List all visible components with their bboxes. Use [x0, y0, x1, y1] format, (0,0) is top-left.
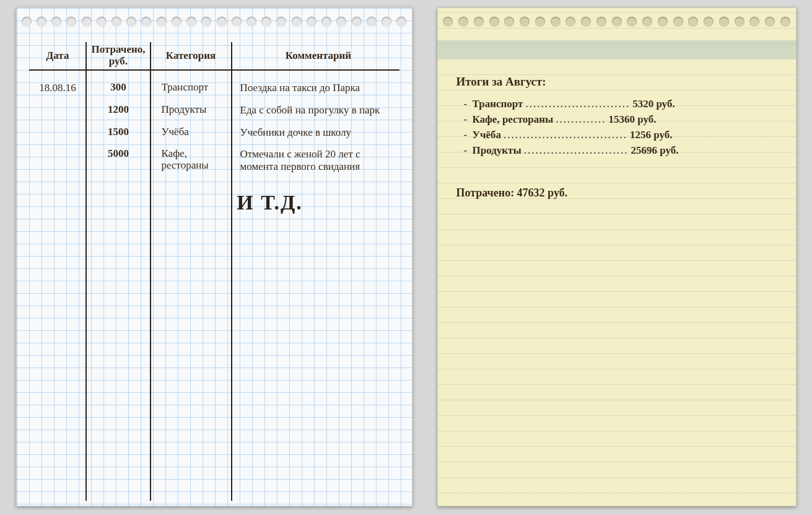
expense-ledger-sheet: Дата Потрачено, руб. Категория Комментар…: [16, 7, 413, 506]
column-divider: [150, 42, 151, 501]
cell-comment: Отмечали с женой 20 лет с момента первог…: [232, 148, 399, 172]
leader-dots: ................................: [504, 127, 627, 143]
cell-date: [29, 126, 87, 139]
summary-item: - Продукты ........................... 2…: [456, 143, 777, 158]
cell-date: [29, 104, 87, 117]
summary-item-name: Продукты: [473, 143, 522, 158]
bullet-dash: -: [464, 127, 470, 143]
cell-spent: 300: [87, 82, 151, 94]
leader-dots: ...........................: [525, 96, 630, 112]
table-row: 1500 Учёба Учебники дочке в школу: [29, 126, 399, 139]
summary-item: - Кафе, рестораны ............. 15360 ру…: [456, 112, 777, 127]
cell-category: Кафе, рестораны: [151, 148, 232, 172]
cell-comment: Учебники дочке в школу: [232, 126, 399, 139]
summary-item-value: 25696 руб.: [631, 143, 678, 158]
table-row: 18.08.16 300 Транспорт Поездка на такси …: [29, 82, 399, 94]
bullet-dash: -: [464, 96, 470, 112]
summary-item-name: Транспорт: [473, 96, 523, 112]
summary-item-value: 5320 руб.: [632, 96, 675, 112]
ledger-rows: 18.08.16 300 Транспорт Поездка на такси …: [29, 71, 399, 172]
cell-category: Учёба: [151, 126, 232, 139]
etc-label: И Т.Д.: [29, 191, 399, 214]
cell-spent: 1500: [87, 126, 151, 139]
summary-sheet: Итоги за Август: - Транспорт ...........…: [437, 7, 797, 506]
header-comment: Комментарий: [232, 50, 399, 62]
cell-category: Транспорт: [151, 82, 232, 94]
leader-dots: .............: [556, 112, 606, 127]
cell-category: Продукты: [151, 104, 232, 117]
table-row: 1200 Продукты Еда с собой на прогулку в …: [29, 104, 399, 117]
header-date: Дата: [29, 50, 87, 62]
cell-comment: Поездка на такси до Парка: [232, 82, 399, 94]
spiral-binding: [17, 13, 412, 30]
bullet-dash: -: [464, 112, 470, 127]
cell-date: 18.08.16: [29, 82, 87, 94]
summary-item: - Учёба ................................…: [456, 127, 777, 143]
summary-item-value: 1256 руб.: [630, 127, 673, 143]
summary-item: - Транспорт ........................... …: [456, 96, 777, 112]
column-divider: [231, 42, 232, 501]
ledger-header-row: Дата Потрачено, руб. Категория Комментар…: [29, 42, 399, 71]
header-category: Категория: [151, 50, 232, 62]
spiral-binding: [438, 13, 796, 30]
summary-title: Итоги за Август:: [456, 75, 777, 89]
bullet-dash: -: [464, 143, 470, 158]
summary-item-name: Учёба: [473, 127, 502, 143]
summary-item-value: 15360 руб.: [609, 112, 657, 127]
cell-date: [29, 148, 87, 172]
cell-spent: 5000: [87, 148, 151, 172]
table-row: 5000 Кафе, рестораны Отмечали с женой 20…: [29, 148, 399, 172]
summary-item-name: Кафе, рестораны: [473, 112, 554, 127]
cell-spent: 1200: [87, 104, 151, 117]
header-spent: Потрачено, руб.: [87, 44, 151, 67]
leader-dots: ...........................: [524, 143, 629, 158]
cell-comment: Еда с собой на прогулку в парк: [232, 104, 399, 117]
column-divider: [85, 42, 87, 501]
summary-total: Потрачено: 47632 руб.: [456, 187, 777, 200]
